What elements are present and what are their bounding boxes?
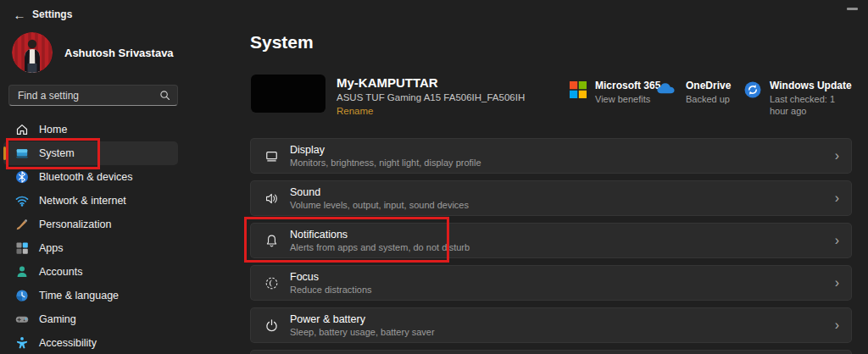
accounts-icon bbox=[15, 265, 29, 279]
sidebar-item-accessibility[interactable]: Accessibility bbox=[3, 331, 178, 354]
card-notifications[interactable]: Notifications Alerts from apps and syste… bbox=[250, 223, 852, 258]
user-name: Ashutosh Srivastava bbox=[64, 47, 174, 59]
titlebar: ← Settings bbox=[0, 0, 868, 29]
network-icon bbox=[15, 194, 29, 207]
rename-link[interactable]: Rename bbox=[337, 105, 525, 117]
card-title: Power & battery bbox=[290, 313, 435, 326]
device-name: My-KAMPUTTAR bbox=[337, 75, 525, 90]
page-title: System bbox=[250, 32, 314, 53]
back-arrow-icon: ← bbox=[14, 8, 26, 22]
status-subtitle: View benefits bbox=[595, 93, 660, 105]
focus-icon bbox=[264, 276, 279, 290]
search-input[interactable] bbox=[16, 89, 159, 102]
sidebar-item-system[interactable]: System bbox=[3, 141, 178, 165]
card-partial[interactable] bbox=[250, 350, 852, 354]
gaming-icon bbox=[15, 313, 29, 326]
card-title: Sound bbox=[290, 186, 469, 199]
sidebar-item-label: Time & language bbox=[39, 290, 119, 301]
card-title: Display bbox=[290, 144, 481, 157]
sidebar-item-apps[interactable]: Apps bbox=[3, 236, 178, 260]
time-language-icon bbox=[15, 289, 29, 302]
status-windows-update[interactable]: Windows Update Last checked: 1 hour ago bbox=[744, 80, 854, 117]
chevron-right-icon: › bbox=[835, 276, 839, 290]
sidebar-item-label: Apps bbox=[39, 242, 64, 254]
app-title: Settings bbox=[32, 8, 72, 20]
home-icon bbox=[15, 123, 29, 136]
card-display[interactable]: Display Monitors, brightness, night ligh… bbox=[250, 138, 852, 174]
status-title: OneDrive bbox=[686, 80, 731, 92]
card-subtitle: Alerts from apps and system, do not dist… bbox=[290, 242, 470, 253]
search-icon bbox=[159, 90, 170, 101]
status-title: Windows Update bbox=[770, 80, 854, 92]
sidebar-item-label: Bluetooth & devices bbox=[39, 171, 133, 183]
main-content: System My-KAMPUTTAR ASUS TUF Gaming A15 … bbox=[250, 29, 854, 354]
microsoft-365-icon bbox=[570, 81, 587, 98]
personalization-icon bbox=[15, 218, 29, 231]
chevron-right-icon: › bbox=[835, 234, 839, 247]
sidebar-item-label: Gaming bbox=[39, 313, 76, 325]
sound-icon bbox=[264, 191, 279, 206]
sidebar: Ashutosh Srivastava Home bbox=[0, 29, 195, 354]
status-subtitle: Last checked: 1 hour ago bbox=[770, 93, 854, 117]
device-header: My-KAMPUTTAR ASUS TUF Gaming A15 FA506IH… bbox=[251, 75, 525, 117]
display-icon bbox=[264, 149, 279, 163]
status-onedrive[interactable]: OneDrive Backed up bbox=[655, 80, 731, 105]
sidebar-item-bluetooth-devices[interactable]: Bluetooth & devices bbox=[3, 165, 178, 189]
sidebar-nav: Home System bbox=[3, 118, 178, 354]
device-info: My-KAMPUTTAR ASUS TUF Gaming A15 FA506IH… bbox=[337, 75, 525, 117]
card-title: Notifications bbox=[290, 229, 470, 241]
sidebar-item-personalization[interactable]: Personalization bbox=[3, 213, 178, 236]
device-thumbnail bbox=[251, 75, 326, 113]
system-icon bbox=[15, 147, 29, 160]
sidebar-item-home[interactable]: Home bbox=[3, 118, 178, 141]
selected-accent-bar bbox=[3, 147, 6, 160]
device-model: ASUS TUF Gaming A15 FA506IH_FA506IH bbox=[337, 91, 525, 104]
sidebar-item-label: Accessibility bbox=[39, 337, 97, 349]
status-subtitle: Backed up bbox=[686, 93, 731, 105]
chevron-right-icon: › bbox=[835, 318, 839, 332]
card-subtitle: Sleep, battery usage, battery saver bbox=[290, 327, 435, 338]
settings-card-list: Display Monitors, brightness, night ligh… bbox=[250, 138, 852, 354]
card-subtitle: Volume levels, output, input, sound devi… bbox=[290, 200, 469, 211]
sidebar-item-label: Personalization bbox=[39, 218, 111, 230]
sidebar-item-time-language[interactable]: Time & language bbox=[3, 284, 178, 307]
sidebar-item-label: Accounts bbox=[39, 266, 82, 278]
sidebar-item-label: Network & internet bbox=[39, 195, 126, 207]
back-button[interactable]: ← bbox=[10, 5, 29, 24]
card-focus[interactable]: Focus Reduce distractions › bbox=[250, 265, 852, 301]
windows-update-icon bbox=[744, 81, 761, 98]
status-microsoft-365[interactable]: Microsoft 365 View benefits bbox=[570, 80, 660, 105]
accessibility-icon bbox=[15, 336, 29, 350]
settings-window: ← Settings bbox=[0, 0, 868, 354]
sidebar-item-network-internet[interactable]: Network & internet bbox=[3, 189, 178, 213]
card-title: Focus bbox=[290, 271, 372, 284]
card-power-battery[interactable]: Power & battery Sleep, battery usage, ba… bbox=[250, 307, 852, 343]
minimize-button[interactable] bbox=[847, 8, 858, 10]
chevron-right-icon: › bbox=[835, 149, 839, 163]
status-title: Microsoft 365 bbox=[595, 80, 660, 92]
sidebar-item-accounts[interactable]: Accounts bbox=[3, 260, 178, 284]
card-subtitle: Reduce distractions bbox=[290, 285, 372, 296]
apps-icon bbox=[15, 241, 29, 255]
sidebar-item-label: Home bbox=[39, 124, 67, 136]
user-account-row[interactable]: Ashutosh Srivastava bbox=[12, 32, 174, 73]
power-icon bbox=[264, 318, 279, 333]
chevron-right-icon: › bbox=[835, 191, 839, 205]
avatar bbox=[12, 32, 53, 73]
sidebar-item-label: System bbox=[39, 147, 75, 159]
notifications-icon bbox=[264, 234, 279, 248]
onedrive-icon bbox=[655, 81, 677, 96]
sidebar-item-gaming[interactable]: Gaming bbox=[3, 307, 178, 331]
card-sound[interactable]: Sound Volume levels, output, input, soun… bbox=[250, 180, 852, 216]
bluetooth-icon bbox=[15, 170, 29, 184]
card-subtitle: Monitors, brightness, night light, displ… bbox=[290, 158, 481, 169]
search-box bbox=[8, 85, 178, 106]
